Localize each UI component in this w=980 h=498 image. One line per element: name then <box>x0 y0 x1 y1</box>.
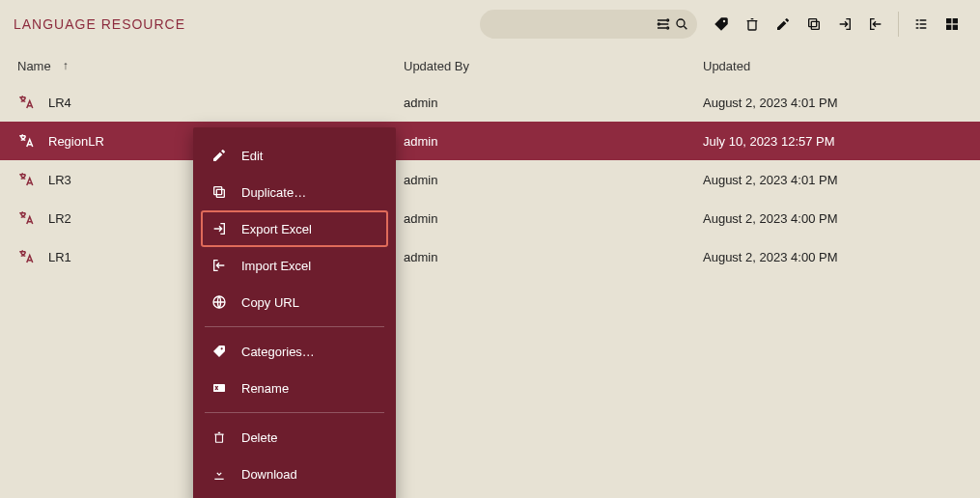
duplicate-icon <box>210 183 228 201</box>
svg-rect-12 <box>214 187 222 195</box>
column-header-updated[interactable]: Updated <box>703 59 963 73</box>
menu-duplicate[interactable]: Duplicate… <box>193 174 396 210</box>
row-updated: August 2, 2023 4:00 PM <box>703 250 837 264</box>
table-row[interactable]: LR3adminAugust 2, 2023 4:01 PM <box>0 160 980 199</box>
delete-icon[interactable] <box>738 10 767 39</box>
menu-categories-label: Categories… <box>241 345 315 359</box>
svg-rect-5 <box>811 21 819 29</box>
svg-rect-9 <box>946 25 951 30</box>
trash-icon <box>210 429 228 446</box>
svg-point-14 <box>221 347 223 349</box>
svg-point-4 <box>723 20 725 22</box>
menu-separator <box>205 412 384 413</box>
language-icon <box>17 171 35 188</box>
row-name: LR1 <box>48 250 71 264</box>
globe-icon <box>210 293 228 311</box>
row-updated: August 2, 2023 4:00 PM <box>703 211 837 226</box>
row-updated: August 2, 2023 4:01 PM <box>703 96 837 110</box>
svg-point-3 <box>677 19 685 27</box>
svg-rect-15 <box>213 384 225 392</box>
tag-icon <box>210 343 228 360</box>
filter-icon[interactable] <box>654 10 673 39</box>
column-updated-label: Updated <box>703 59 750 73</box>
menu-download-label: Download <box>241 467 297 482</box>
row-updated-by: admin <box>404 173 437 187</box>
menu-download[interactable]: Download <box>193 456 396 492</box>
row-updated: July 10, 2023 12:57 PM <box>703 134 835 149</box>
menu-edit[interactable]: Edit <box>193 137 396 174</box>
menu-rename-label: Rename <box>241 381 289 396</box>
svg-rect-7 <box>946 18 951 23</box>
list-view-icon[interactable] <box>907 10 936 39</box>
download-icon <box>210 465 228 483</box>
import-icon <box>210 257 228 274</box>
svg-rect-8 <box>953 18 958 23</box>
table-header: Name ↑ Updated By Updated <box>0 48 980 83</box>
language-icon <box>17 248 35 265</box>
menu-separator <box>205 326 384 327</box>
export-icon <box>210 220 228 237</box>
menu-edit-label: Edit <box>241 149 263 163</box>
menu-delete-label: Delete <box>241 430 278 445</box>
menu-duplicate-label: Duplicate… <box>241 185 306 200</box>
row-name: LR3 <box>48 173 71 187</box>
column-header-name[interactable]: Name ↑ <box>17 59 404 73</box>
search-input[interactable] <box>491 17 654 32</box>
row-name: RegionLR <box>48 134 104 149</box>
menu-export-excel[interactable]: Export Excel <box>201 210 388 247</box>
toolbar-separator <box>898 12 899 37</box>
table-row[interactable]: LR1adminAugust 2, 2023 4:00 PM <box>0 237 980 276</box>
duplicate-icon[interactable] <box>799 10 828 39</box>
edit-icon <box>210 147 228 164</box>
row-name: LR2 <box>48 211 71 226</box>
svg-rect-6 <box>809 19 817 27</box>
svg-rect-10 <box>953 25 958 30</box>
language-icon <box>17 209 35 227</box>
grid-view-icon[interactable] <box>938 10 966 39</box>
search-wrapper <box>480 10 697 39</box>
table-row[interactable]: RegionLRadminJuly 10, 2023 12:57 PM <box>0 122 980 160</box>
export-icon[interactable] <box>830 10 859 39</box>
context-menu: Edit Duplicate… Export Excel Import Exce… <box>193 127 396 498</box>
sort-ascending-icon: ↑ <box>63 59 69 72</box>
menu-delete[interactable]: Delete <box>193 419 396 456</box>
row-name: LR4 <box>48 96 71 110</box>
column-name-label: Name <box>17 59 51 73</box>
menu-export-excel-label: Export Excel <box>241 222 312 236</box>
menu-import-excel[interactable]: Import Excel <box>193 247 396 284</box>
tag-icon[interactable] <box>707 10 736 39</box>
toolbar <box>707 10 966 39</box>
import-icon[interactable] <box>861 10 890 39</box>
table-row[interactable]: LR4adminAugust 2, 2023 4:01 PM <box>0 83 980 122</box>
svg-point-2 <box>666 27 668 29</box>
row-updated-by: admin <box>404 134 437 149</box>
menu-copy-url[interactable]: Copy URL <box>193 284 396 320</box>
menu-categories[interactable]: Categories… <box>193 333 396 370</box>
svg-point-0 <box>666 19 668 21</box>
language-icon <box>17 94 35 111</box>
row-updated-by: admin <box>404 250 437 264</box>
row-updated-by: admin <box>404 96 437 110</box>
column-updated-by-label: Updated By <box>404 59 469 73</box>
language-icon <box>17 132 35 150</box>
svg-rect-11 <box>216 189 224 197</box>
edit-icon[interactable] <box>769 10 798 39</box>
row-updated-by: admin <box>404 211 437 226</box>
menu-rename[interactable]: Rename <box>193 370 396 406</box>
table-row[interactable]: LR2adminAugust 2, 2023 4:00 PM <box>0 199 980 237</box>
row-updated: August 2, 2023 4:01 PM <box>703 173 837 187</box>
svg-point-1 <box>658 23 659 25</box>
rename-icon <box>210 379 228 397</box>
column-header-updated-by[interactable]: Updated By <box>404 59 703 73</box>
menu-copy-url-label: Copy URL <box>241 295 299 310</box>
menu-import-excel-label: Import Excel <box>241 259 311 273</box>
page-title: LANGUAGE RESOURCE <box>14 16 185 32</box>
search-icon[interactable] <box>673 10 692 39</box>
